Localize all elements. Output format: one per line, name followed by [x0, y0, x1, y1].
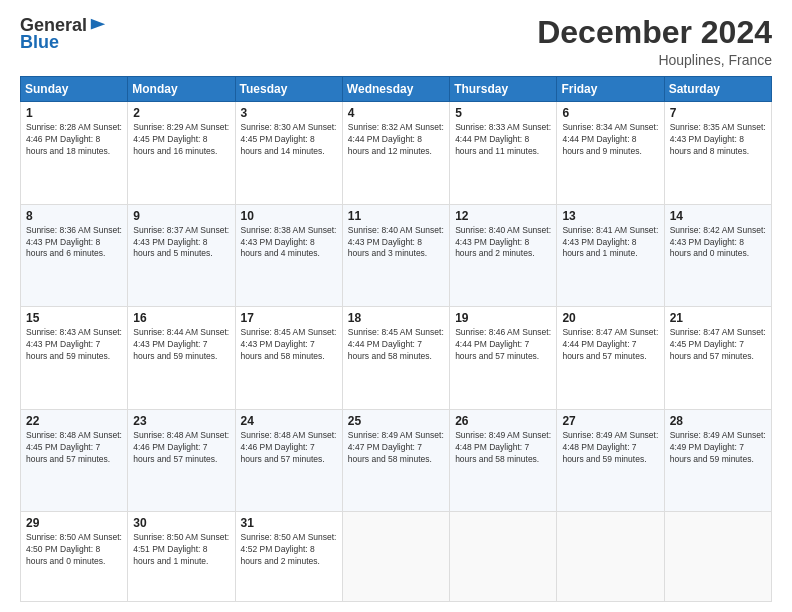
day-info: Sunrise: 8:45 AM Sunset: 4:43 PM Dayligh…	[241, 327, 337, 363]
table-row: 3Sunrise: 8:30 AM Sunset: 4:45 PM Daylig…	[235, 102, 342, 205]
calendar-header-row: Sunday Monday Tuesday Wednesday Thursday…	[21, 77, 772, 102]
day-number: 9	[133, 209, 229, 223]
day-info: Sunrise: 8:36 AM Sunset: 4:43 PM Dayligh…	[26, 225, 122, 261]
day-info: Sunrise: 8:30 AM Sunset: 4:45 PM Dayligh…	[241, 122, 337, 158]
table-row: 28Sunrise: 8:49 AM Sunset: 4:49 PM Dayli…	[664, 409, 771, 512]
day-info: Sunrise: 8:47 AM Sunset: 4:44 PM Dayligh…	[562, 327, 658, 363]
table-row: 10Sunrise: 8:38 AM Sunset: 4:43 PM Dayli…	[235, 204, 342, 307]
month-title: December 2024	[537, 15, 772, 50]
day-number: 6	[562, 106, 658, 120]
calendar: Sunday Monday Tuesday Wednesday Thursday…	[20, 76, 772, 602]
table-row	[450, 512, 557, 602]
day-info: Sunrise: 8:41 AM Sunset: 4:43 PM Dayligh…	[562, 225, 658, 261]
day-info: Sunrise: 8:42 AM Sunset: 4:43 PM Dayligh…	[670, 225, 766, 261]
table-row: 24Sunrise: 8:48 AM Sunset: 4:46 PM Dayli…	[235, 409, 342, 512]
svg-marker-0	[91, 18, 105, 29]
day-info: Sunrise: 8:46 AM Sunset: 4:44 PM Dayligh…	[455, 327, 551, 363]
day-number: 1	[26, 106, 122, 120]
table-row: 6Sunrise: 8:34 AM Sunset: 4:44 PM Daylig…	[557, 102, 664, 205]
table-row: 18Sunrise: 8:45 AM Sunset: 4:44 PM Dayli…	[342, 307, 449, 410]
table-row: 21Sunrise: 8:47 AM Sunset: 4:45 PM Dayli…	[664, 307, 771, 410]
day-number: 22	[26, 414, 122, 428]
table-row: 31Sunrise: 8:50 AM Sunset: 4:52 PM Dayli…	[235, 512, 342, 602]
day-number: 24	[241, 414, 337, 428]
day-number: 27	[562, 414, 658, 428]
col-monday: Monday	[128, 77, 235, 102]
day-number: 25	[348, 414, 444, 428]
logo-flag-icon	[89, 17, 107, 35]
table-row: 14Sunrise: 8:42 AM Sunset: 4:43 PM Dayli…	[664, 204, 771, 307]
day-info: Sunrise: 8:28 AM Sunset: 4:46 PM Dayligh…	[26, 122, 122, 158]
day-info: Sunrise: 8:43 AM Sunset: 4:43 PM Dayligh…	[26, 327, 122, 363]
day-number: 21	[670, 311, 766, 325]
table-row: 23Sunrise: 8:48 AM Sunset: 4:46 PM Dayli…	[128, 409, 235, 512]
table-row: 17Sunrise: 8:45 AM Sunset: 4:43 PM Dayli…	[235, 307, 342, 410]
day-info: Sunrise: 8:48 AM Sunset: 4:46 PM Dayligh…	[241, 430, 337, 466]
day-info: Sunrise: 8:49 AM Sunset: 4:47 PM Dayligh…	[348, 430, 444, 466]
logo-blue-text: Blue	[20, 32, 59, 53]
day-number: 23	[133, 414, 229, 428]
day-number: 2	[133, 106, 229, 120]
day-info: Sunrise: 8:40 AM Sunset: 4:43 PM Dayligh…	[455, 225, 551, 261]
day-number: 28	[670, 414, 766, 428]
table-row: 19Sunrise: 8:46 AM Sunset: 4:44 PM Dayli…	[450, 307, 557, 410]
col-friday: Friday	[557, 77, 664, 102]
day-info: Sunrise: 8:49 AM Sunset: 4:49 PM Dayligh…	[670, 430, 766, 466]
table-row: 16Sunrise: 8:44 AM Sunset: 4:43 PM Dayli…	[128, 307, 235, 410]
page: General Blue December 2024 Houplines, Fr…	[0, 0, 792, 612]
day-number: 16	[133, 311, 229, 325]
day-number: 8	[26, 209, 122, 223]
title-block: December 2024 Houplines, France	[537, 15, 772, 68]
col-sunday: Sunday	[21, 77, 128, 102]
day-info: Sunrise: 8:45 AM Sunset: 4:44 PM Dayligh…	[348, 327, 444, 363]
table-row: 11Sunrise: 8:40 AM Sunset: 4:43 PM Dayli…	[342, 204, 449, 307]
logo: General Blue	[20, 15, 107, 53]
day-info: Sunrise: 8:40 AM Sunset: 4:43 PM Dayligh…	[348, 225, 444, 261]
day-number: 10	[241, 209, 337, 223]
day-number: 31	[241, 516, 337, 530]
day-info: Sunrise: 8:48 AM Sunset: 4:46 PM Dayligh…	[133, 430, 229, 466]
day-number: 4	[348, 106, 444, 120]
table-row	[664, 512, 771, 602]
day-info: Sunrise: 8:34 AM Sunset: 4:44 PM Dayligh…	[562, 122, 658, 158]
table-row: 15Sunrise: 8:43 AM Sunset: 4:43 PM Dayli…	[21, 307, 128, 410]
day-number: 30	[133, 516, 229, 530]
day-number: 7	[670, 106, 766, 120]
col-thursday: Thursday	[450, 77, 557, 102]
table-row: 4Sunrise: 8:32 AM Sunset: 4:44 PM Daylig…	[342, 102, 449, 205]
table-row: 9Sunrise: 8:37 AM Sunset: 4:43 PM Daylig…	[128, 204, 235, 307]
col-wednesday: Wednesday	[342, 77, 449, 102]
day-info: Sunrise: 8:32 AM Sunset: 4:44 PM Dayligh…	[348, 122, 444, 158]
table-row: 27Sunrise: 8:49 AM Sunset: 4:48 PM Dayli…	[557, 409, 664, 512]
col-saturday: Saturday	[664, 77, 771, 102]
col-tuesday: Tuesday	[235, 77, 342, 102]
table-row: 12Sunrise: 8:40 AM Sunset: 4:43 PM Dayli…	[450, 204, 557, 307]
day-number: 20	[562, 311, 658, 325]
table-row	[342, 512, 449, 602]
day-number: 18	[348, 311, 444, 325]
location: Houplines, France	[537, 52, 772, 68]
table-row: 22Sunrise: 8:48 AM Sunset: 4:45 PM Dayli…	[21, 409, 128, 512]
day-number: 17	[241, 311, 337, 325]
day-info: Sunrise: 8:50 AM Sunset: 4:52 PM Dayligh…	[241, 532, 337, 568]
table-row: 1Sunrise: 8:28 AM Sunset: 4:46 PM Daylig…	[21, 102, 128, 205]
table-row: 29Sunrise: 8:50 AM Sunset: 4:50 PM Dayli…	[21, 512, 128, 602]
table-row: 20Sunrise: 8:47 AM Sunset: 4:44 PM Dayli…	[557, 307, 664, 410]
day-info: Sunrise: 8:38 AM Sunset: 4:43 PM Dayligh…	[241, 225, 337, 261]
table-row: 30Sunrise: 8:50 AM Sunset: 4:51 PM Dayli…	[128, 512, 235, 602]
table-row	[557, 512, 664, 602]
day-info: Sunrise: 8:37 AM Sunset: 4:43 PM Dayligh…	[133, 225, 229, 261]
day-number: 12	[455, 209, 551, 223]
table-row: 25Sunrise: 8:49 AM Sunset: 4:47 PM Dayli…	[342, 409, 449, 512]
table-row: 26Sunrise: 8:49 AM Sunset: 4:48 PM Dayli…	[450, 409, 557, 512]
day-info: Sunrise: 8:50 AM Sunset: 4:51 PM Dayligh…	[133, 532, 229, 568]
day-info: Sunrise: 8:35 AM Sunset: 4:43 PM Dayligh…	[670, 122, 766, 158]
day-number: 3	[241, 106, 337, 120]
day-number: 13	[562, 209, 658, 223]
day-number: 14	[670, 209, 766, 223]
day-number: 26	[455, 414, 551, 428]
header: General Blue December 2024 Houplines, Fr…	[20, 15, 772, 68]
day-info: Sunrise: 8:29 AM Sunset: 4:45 PM Dayligh…	[133, 122, 229, 158]
table-row: 5Sunrise: 8:33 AM Sunset: 4:44 PM Daylig…	[450, 102, 557, 205]
day-number: 5	[455, 106, 551, 120]
